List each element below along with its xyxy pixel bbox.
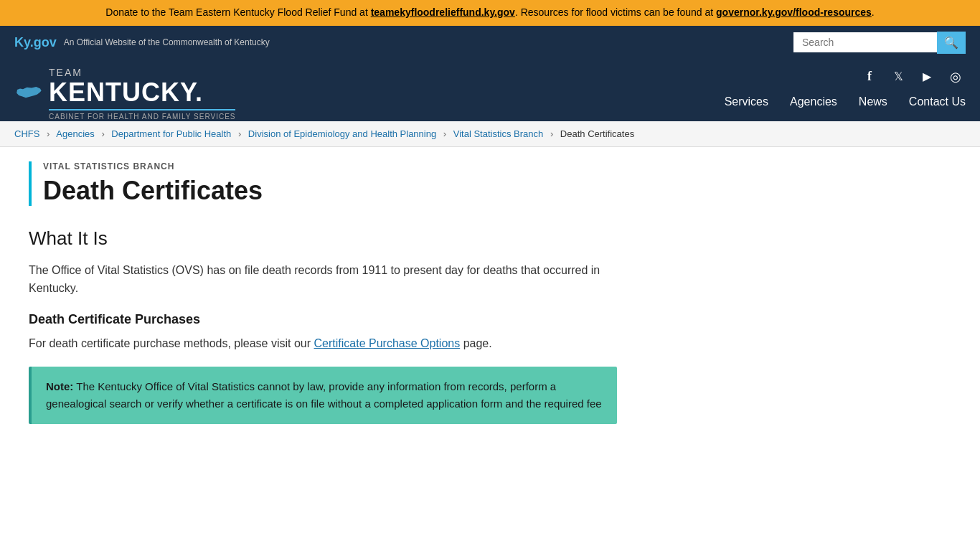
search-button[interactable]: 🔍 <box>937 32 966 54</box>
site-header: TEAM KENTUCKY. CABINET FOR HEALTH AND FA… <box>0 60 980 121</box>
ky-top-bar: Ky.gov An Official Website of the Common… <box>0 26 980 60</box>
breadcrumb-division[interactable]: Division of Epidemiology and Health Plan… <box>248 128 436 139</box>
breadcrumb-sep-3: › <box>238 128 241 139</box>
breadcrumb: CHFS › Agencies › Department for Public … <box>0 121 980 147</box>
logo-team-label: TEAM <box>49 67 235 78</box>
page-content: VITAL STATISTICS BRANCH Death Certificat… <box>0 147 646 439</box>
breadcrumb-agencies[interactable]: Agencies <box>56 128 94 139</box>
purchases-heading: Death Certificate Purchases <box>29 312 617 327</box>
page-title-wrapper: VITAL STATISTICS BRANCH Death Certificat… <box>29 161 617 206</box>
twitter-link[interactable]: 𝕏 <box>888 67 908 87</box>
purchases-body-after: page. <box>460 337 491 349</box>
youtube-icon: ▶ <box>923 70 931 83</box>
note-body: The Kentucky Office of Vital Statistics … <box>46 380 602 410</box>
alert-text-after: . <box>872 6 875 18</box>
search-form: 🔍 <box>793 32 966 54</box>
alert-link-governor[interactable]: governor.ky.gov/flood-resources <box>716 6 872 18</box>
instagram-link[interactable]: ◎ <box>946 67 966 87</box>
social-icons: f 𝕏 ▶ ◎ <box>859 67 966 87</box>
ky-state-icon <box>14 83 43 105</box>
alert-text-before: Donate to the Team Eastern Kentucky Floo… <box>105 6 370 18</box>
logo-kentucky-text: TEAM KENTUCKY. CABINET FOR HEALTH AND FA… <box>49 67 235 121</box>
nav-agencies[interactable]: Agencies <box>790 95 837 114</box>
certificate-purchase-link[interactable]: Certificate Purchase Options <box>314 337 461 349</box>
alert-text-middle: . Resources for flood victims can be fou… <box>515 6 716 18</box>
breadcrumb-current: Death Certificates <box>560 128 634 139</box>
ky-gov-logo-text: Ky.gov <box>14 35 57 50</box>
page-title: Death Certificates <box>43 176 617 206</box>
alert-link-flood-fund[interactable]: teamekyfloodrelieffund.ky.gov <box>371 6 515 18</box>
breadcrumb-chfs[interactable]: CHFS <box>14 128 39 139</box>
youtube-link[interactable]: ▶ <box>917 67 937 87</box>
breadcrumb-dph[interactable]: Department for Public Health <box>111 128 231 139</box>
logo-kentucky-label: KENTUCKY. <box>49 78 235 107</box>
note-box: Note: The Kentucky Office of Vital Stati… <box>29 367 617 424</box>
alert-bar: Donate to the Team Eastern Kentucky Floo… <box>0 0 980 26</box>
twitter-icon: 𝕏 <box>894 70 903 83</box>
note-label: Note: <box>46 380 73 392</box>
logo-subtitle-label: CABINET FOR HEALTH AND FAMILY SERVICES <box>49 109 235 121</box>
nav-news[interactable]: News <box>859 95 887 114</box>
breadcrumb-vsb[interactable]: Vital Statistics Branch <box>453 128 543 139</box>
section-label: VITAL STATISTICS BRANCH <box>43 161 617 171</box>
logo-img-placeholder: TEAM KENTUCKY. CABINET FOR HEALTH AND FA… <box>14 67 235 121</box>
facebook-link[interactable]: f <box>859 67 880 87</box>
ky-top-bar-left: Ky.gov An Official Website of the Common… <box>14 35 270 50</box>
purchases-paragraph: For death certificate purchase methods, … <box>29 334 617 353</box>
facebook-icon: f <box>867 69 872 84</box>
breadcrumb-sep-2: › <box>101 128 104 139</box>
official-text: An Official Website of the Commonwealth … <box>64 37 270 47</box>
what-it-is-body: The Office of Vital Statistics (OVS) has… <box>29 261 617 298</box>
content-section: What It Is The Office of Vital Statistic… <box>29 227 617 425</box>
search-input[interactable] <box>793 32 937 52</box>
ky-gov-logo-link[interactable]: Ky.gov <box>14 35 57 50</box>
breadcrumb-sep-5: › <box>550 128 553 139</box>
site-logo: TEAM KENTUCKY. CABINET FOR HEALTH AND FA… <box>14 67 235 121</box>
nav-services[interactable]: Services <box>725 95 768 114</box>
breadcrumb-sep-4: › <box>443 128 446 139</box>
main-nav: Services Agencies News Contact Us <box>725 95 966 114</box>
instagram-icon: ◎ <box>950 69 961 85</box>
nav-contact[interactable]: Contact Us <box>909 95 966 114</box>
what-it-is-heading: What It Is <box>29 227 617 250</box>
purchases-body-before: For death certificate purchase methods, … <box>29 337 314 349</box>
breadcrumb-sep-1: › <box>47 128 50 139</box>
header-right: f 𝕏 ▶ ◎ Services Agencies News Contact U… <box>725 67 966 121</box>
